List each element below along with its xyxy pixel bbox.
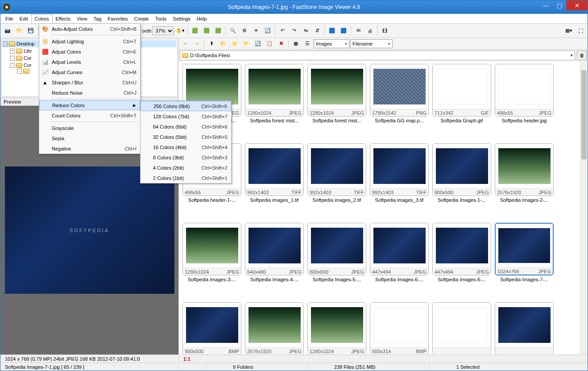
acquire-icon[interactable]: 📷	[2, 25, 13, 36]
submenu-item[interactable]: 32 Colors (5bit)Ctrl+Shift+5	[141, 132, 231, 142]
scrollbar[interactable]	[580, 61, 588, 354]
thumbnail[interactable]: 1280x1024JPEGSoftpedia forest mist...	[244, 64, 305, 141]
thumbnail[interactable]: 992x1403TIFFSoftpedia images_2.tif	[306, 143, 367, 220]
thumbnail[interactable]: 447x494JPEGSoftpedia Images-6-...	[369, 223, 430, 300]
close-button[interactable]: ✕	[566, 0, 588, 10]
thumbnail[interactable]: 992x1403TIFFSoftpedia images_3.tif	[369, 143, 430, 220]
flip-h-icon[interactable]: ⇋	[300, 25, 311, 36]
maximize-button[interactable]: ▢	[553, 0, 566, 10]
thumbnail[interactable]: 2576x1920JPEGSoftpedia Images-2-...	[494, 143, 555, 220]
minimize-button[interactable]: —	[539, 0, 553, 10]
menu-view[interactable]: View	[74, 15, 91, 23]
thumbnail[interactable]: 498x55JPEGSoftpedia header.jpg	[494, 64, 555, 141]
thumbnail[interactable]: 1799x1542PNGSoftpedia GG map.p...	[369, 64, 430, 141]
menu-edit[interactable]: Edit	[17, 15, 31, 23]
path-field[interactable]: D:\Softpedia Files\	[180, 50, 575, 60]
submenu-item[interactable]: 8 Colors (3bit)Ctrl+Shift+3	[141, 152, 231, 163]
menu-item[interactable]: NegativeCtrl+I	[39, 143, 140, 154]
expander-icon[interactable]: +	[10, 49, 15, 54]
tool-icon[interactable]: 🔄	[262, 25, 273, 36]
sort-combo[interactable]: Filename	[350, 39, 393, 48]
menu-settings[interactable]: Settings	[170, 15, 194, 23]
submenu-item[interactable]: 256 Colors (8bit)Ctrl+Shift+8	[141, 101, 231, 111]
rotate-left-icon[interactable]: ↶	[277, 25, 288, 36]
view-filter-combo[interactable]: Images	[314, 39, 349, 48]
expander-icon[interactable]: -	[10, 63, 15, 68]
folder-icon[interactable]: 📁	[14, 25, 25, 36]
rotate-right-icon[interactable]: ↷	[289, 25, 299, 36]
print-icon[interactable]: 🖨	[364, 25, 375, 36]
menu-tag[interactable]: Tag	[91, 15, 105, 23]
slideshow-icon[interactable]: 🎞	[379, 25, 390, 36]
view-icon[interactable]: ▦	[290, 38, 301, 49]
recycle-icon[interactable]: 🗑	[577, 50, 587, 60]
thumbnail[interactable]: 800x600JPEGSoftpedia Images-5-...	[306, 223, 367, 300]
menu-file[interactable]: File	[2, 15, 17, 23]
tool-icon[interactable]: 🟦	[327, 25, 337, 36]
submenu-item[interactable]: 2 Colors (1bit)Ctrl+Shift+1	[141, 173, 231, 183]
tool-icon[interactable]: 🟩	[201, 25, 212, 36]
menu-help[interactable]: Help	[194, 15, 210, 23]
thumbnail[interactable]	[494, 302, 555, 354]
tool-icon[interactable]: ⚙	[239, 25, 250, 36]
refresh-icon[interactable]: 🔄	[253, 38, 263, 49]
menu-favorites[interactable]: Favorites	[104, 15, 131, 23]
tool-icon[interactable]: 🟦	[338, 25, 349, 36]
menu-item[interactable]: 🎨Auto-Adjust ColorsCtrl+Shift+B	[39, 24, 140, 34]
menu-item[interactable]: 📈Adjust CurvesCtrl+M	[39, 67, 140, 77]
thumbnail[interactable]: 1024x768JPEGSoftpedia Images-7-...	[494, 223, 555, 300]
thumbnail[interactable]: 1280x1024JPEGSoftpedia forest mist...	[306, 64, 367, 141]
menu-item[interactable]: 🟥Adjust ColorsCtrl+E	[39, 46, 140, 57]
thumbnail[interactable]: 2576x1920JPEGSoftpedia imagesSof...	[244, 302, 305, 354]
menu-item[interactable]: Reduce Colors▶	[39, 100, 140, 110]
save-icon[interactable]: 💾	[25, 25, 36, 36]
menu-item[interactable]: ▲Sharpen / BlurCtrl+U	[39, 77, 140, 88]
menu-item[interactable]: 📊Adjust LevelsCtrl+L	[39, 57, 140, 67]
menu-tools[interactable]: Tools	[152, 15, 170, 23]
delete-icon[interactable]: ✖	[276, 38, 286, 49]
hand-tool-icon[interactable]: ✋▾	[175, 25, 186, 36]
expander-icon[interactable]: -	[10, 56, 15, 61]
newfolder-icon[interactable]: 📁	[241, 38, 252, 49]
thumbnail[interactable]	[431, 302, 492, 354]
home-icon[interactable]: 📁	[218, 38, 228, 49]
back-icon[interactable]: ⇦	[180, 38, 190, 49]
menu-create[interactable]: Create	[131, 15, 152, 23]
menu-colors[interactable]: Colors	[31, 14, 53, 23]
thumbnail[interactable]: 900x500BMPSoftpedia imagesSof...	[182, 302, 242, 354]
zoom-combo[interactable]: 37%	[152, 26, 174, 35]
layout-icon[interactable]: ▦▾	[563, 25, 574, 36]
thumbnail[interactable]: 1280x1024JPEGSoftpedia imagesSof...	[306, 302, 367, 354]
thumbnail[interactable]: 711x342GIFSoftpedia Graph.gif	[431, 64, 492, 141]
submenu-item[interactable]: 64 Colors (6bit)Ctrl+Shift+6	[141, 121, 231, 132]
tool-icon[interactable]: 🟩	[213, 25, 224, 36]
forward-icon[interactable]: ⇨	[191, 38, 202, 49]
email-icon[interactable]: ✉	[353, 25, 364, 36]
up-icon[interactable]: ⬆	[206, 38, 217, 49]
thumbnail-grid[interactable]: 1280x1024JPEGSoftpedia forest light...12…	[179, 61, 580, 354]
expander-icon[interactable]: -	[3, 42, 8, 46]
menu-effects[interactable]: Effects	[53, 15, 74, 23]
thumbnail[interactable]: 500x314BMPSoftpedia left.bmp	[369, 302, 430, 354]
tool-icon[interactable]: ☀	[251, 25, 261, 36]
thumbnail[interactable]: 992x1403TIFFSoftpedia images_1.tif	[244, 143, 305, 220]
tool-icon[interactable]: 🔍	[228, 25, 238, 36]
thumbnail[interactable]: 640x480JPEGSoftpedia Images-4-...	[244, 223, 305, 300]
menu-item[interactable]: Reduce NoiseCtrl+J	[39, 88, 140, 98]
menu-item[interactable]: Sepia	[39, 133, 140, 143]
submenu-item[interactable]: 4 Colors (2bit)Ctrl+Shift+2	[141, 163, 231, 173]
thumbnail[interactable]: 900x500JPEGSoftpedia Images-1-...	[431, 143, 492, 220]
copy-icon[interactable]: 📋	[264, 38, 275, 49]
tool-icon[interactable]: 🟩	[190, 25, 200, 36]
submenu-item[interactable]: 128 Colors (7bit)Ctrl+Shift+7	[141, 111, 231, 121]
thumbnail[interactable]: 447x494JPEGSoftpedia Images-6-...	[431, 223, 492, 300]
expander-icon[interactable]: -	[17, 69, 22, 74]
thumbnail[interactable]: 1280x1024JPEGSoftpedia Images-3-...	[182, 223, 242, 300]
list-icon[interactable]: ☰	[302, 38, 313, 49]
menu-item[interactable]: 🔆Adjust LightingCtrl+T	[39, 36, 140, 46]
flip-v-icon[interactable]: ⇵	[312, 25, 323, 36]
fullscreen-icon[interactable]: ⛶	[575, 25, 586, 36]
menu-item[interactable]: Count ColorsCtrl+Shift+T	[39, 110, 140, 121]
submenu-item[interactable]: 16 Colors (4bit)Ctrl+Shift+4	[141, 142, 231, 152]
fav-icon[interactable]: ⭐	[229, 38, 240, 49]
